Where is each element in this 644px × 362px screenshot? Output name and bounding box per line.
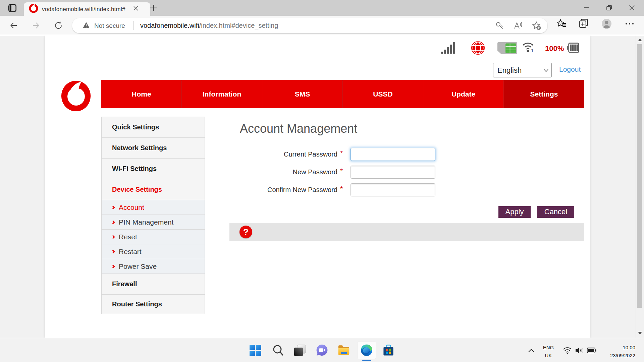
svg-text:1: 1 [531,48,534,52]
